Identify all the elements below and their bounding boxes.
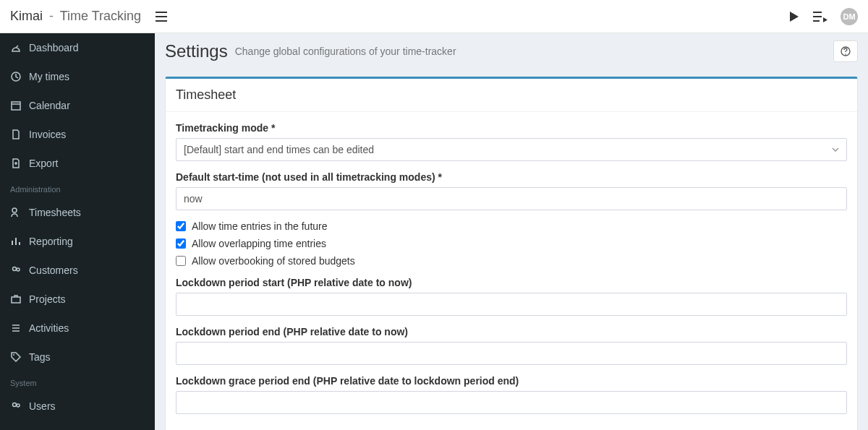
label-text: Timetracking mode — [176, 122, 268, 134]
lockdown-end-label: Lockdown period end (PHP relative date t… — [176, 326, 847, 337]
svg-rect-5 — [12, 297, 20, 303]
users-icon — [10, 265, 22, 275]
content[interactable]: Settings Change global configurations of… — [155, 33, 868, 430]
svg-rect-1 — [12, 102, 20, 110]
brand-sep: - — [49, 9, 54, 23]
sidebar-item-customers[interactable]: Customers — [0, 256, 155, 285]
brand-tag: Time Tracking — [60, 9, 141, 23]
lockdown-start-label: Lockdown period start (PHP relative date… — [176, 277, 847, 288]
sidebar-item-dashboard[interactable]: Dashboard — [0, 33, 155, 62]
lockdown-grace-label: Lockdown grace period end (PHP relative … — [176, 375, 847, 387]
clock-icon — [10, 72, 22, 82]
tasks-icon — [10, 323, 22, 333]
field-lockdown-end: Lockdown period end (PHP relative date t… — [176, 326, 847, 365]
recent-entries-button[interactable] — [813, 11, 827, 22]
sidebar: Dashboard My times Calendar Invoices Exp… — [0, 33, 155, 430]
panel-timesheet: Timesheet Timetracking mode * [Default] … — [165, 77, 858, 430]
sidebar-section-system: System — [0, 371, 155, 392]
sidebar-item-activities[interactable]: Activities — [0, 314, 155, 343]
default-start-input[interactable] — [176, 187, 847, 210]
check-allow-overbook: Allow overbooking of stored budgets — [176, 255, 847, 267]
svg-point-8 — [17, 404, 20, 407]
allow-overbook-checkbox[interactable] — [176, 256, 186, 266]
check-allow-overlap: Allow overlapping time entries — [176, 238, 847, 249]
topbar: Kimai - Time Tracking DM — [0, 0, 868, 33]
topbar-right: DM — [787, 8, 858, 25]
sidebar-item-label: Customers — [29, 265, 78, 276]
label-text: Default start-time (not used in all time… — [176, 171, 435, 183]
sidebar-item-export[interactable]: Export — [0, 149, 155, 178]
bar-chart-icon — [10, 236, 22, 246]
lockdown-end-input[interactable] — [176, 342, 847, 365]
lockdown-start-input[interactable] — [176, 293, 847, 316]
checkbox-label: Allow time entries in the future — [192, 220, 328, 232]
panel-body: Timetracking mode * [Default] start and … — [166, 112, 857, 430]
briefcase-icon — [10, 294, 22, 304]
sidebar-item-label: Invoices — [29, 129, 66, 140]
page-header: Settings Change global configurations of… — [155, 33, 868, 66]
chevron-down-icon — [832, 147, 839, 152]
allow-future-checkbox[interactable] — [176, 221, 186, 231]
question-icon — [841, 46, 851, 56]
file-icon — [10, 129, 22, 139]
list-play-icon — [813, 11, 827, 22]
sidebar-item-projects[interactable]: Projects — [0, 285, 155, 314]
required-marker: * — [271, 122, 275, 134]
sidebar-item-label: Projects — [29, 293, 66, 305]
sidebar-item-calendar[interactable]: Calendar — [0, 91, 155, 120]
sidebar-item-my-times[interactable]: My times — [0, 62, 155, 91]
panel-title: Timesheet — [166, 79, 857, 112]
help-button[interactable] — [833, 40, 858, 62]
svg-point-10 — [845, 53, 846, 55]
page-subtitle: Change global configurations of your tim… — [235, 46, 456, 57]
sidebar-item-label: Dashboard — [29, 42, 79, 53]
sidebar-item-label: Reporting — [29, 236, 73, 247]
field-default-start: Default start-time (not used in all time… — [176, 171, 847, 210]
svg-point-7 — [13, 403, 17, 407]
svg-point-2 — [12, 208, 17, 212]
svg-point-4 — [17, 268, 20, 271]
sidebar-item-label: Export — [29, 158, 58, 169]
sidebar-item-timesheets[interactable]: Timesheets — [0, 198, 155, 227]
user-clock-icon — [10, 207, 22, 218]
tag-icon — [10, 352, 22, 362]
checkbox-label: Allow overlapping time entries — [192, 238, 326, 249]
brand[interactable]: Kimai - Time Tracking — [10, 9, 141, 24]
svg-point-6 — [13, 354, 14, 356]
svg-point-3 — [13, 267, 17, 271]
sidebar-item-invoices[interactable]: Invoices — [0, 120, 155, 149]
export-icon — [10, 158, 22, 168]
sidebar-item-tags[interactable]: Tags — [0, 343, 155, 371]
brand-app: Kimai — [10, 9, 43, 23]
sidebar-item-label: My times — [29, 71, 69, 82]
field-lockdown-start: Lockdown period start (PHP relative date… — [176, 277, 847, 316]
field-timetracking-mode: Timetracking mode * [Default] start and … — [176, 122, 847, 161]
sidebar-item-label: Calendar — [29, 100, 70, 111]
lockdown-grace-input[interactable] — [176, 391, 847, 414]
avatar[interactable]: DM — [841, 8, 858, 25]
page-title: Settings — [165, 41, 228, 61]
start-timer-button[interactable] — [787, 10, 800, 23]
avatar-initials: DM — [843, 12, 855, 21]
timetracking-mode-label: Timetracking mode * — [176, 122, 847, 134]
sidebar-item-label: Users — [29, 400, 56, 412]
timetracking-mode-select[interactable]: [Default] start and end times can be edi… — [176, 138, 847, 161]
hamburger-icon — [156, 12, 167, 22]
calendar-icon — [10, 100, 22, 111]
check-allow-future: Allow time entries in the future — [176, 220, 847, 232]
checkbox-label: Allow overbooking of stored budgets — [192, 255, 355, 267]
sidebar-item-label: Activities — [29, 322, 69, 334]
menu-toggle-button[interactable] — [156, 12, 167, 22]
field-lockdown-grace: Lockdown grace period end (PHP relative … — [176, 375, 847, 414]
default-start-label: Default start-time (not used in all time… — [176, 171, 847, 183]
required-marker: * — [438, 171, 442, 183]
sidebar-item-reporting[interactable]: Reporting — [0, 227, 155, 256]
play-icon — [787, 10, 800, 23]
allow-overlap-checkbox[interactable] — [176, 238, 186, 249]
sidebar-item-users[interactable]: Users — [0, 392, 155, 421]
select-value: [Default] start and end times can be edi… — [184, 144, 374, 155]
users-icon — [10, 401, 22, 411]
sidebar-item-label: Tags — [29, 351, 51, 363]
dashboard-icon — [10, 43, 22, 53]
sidebar-section-administration: Administration — [0, 178, 155, 198]
